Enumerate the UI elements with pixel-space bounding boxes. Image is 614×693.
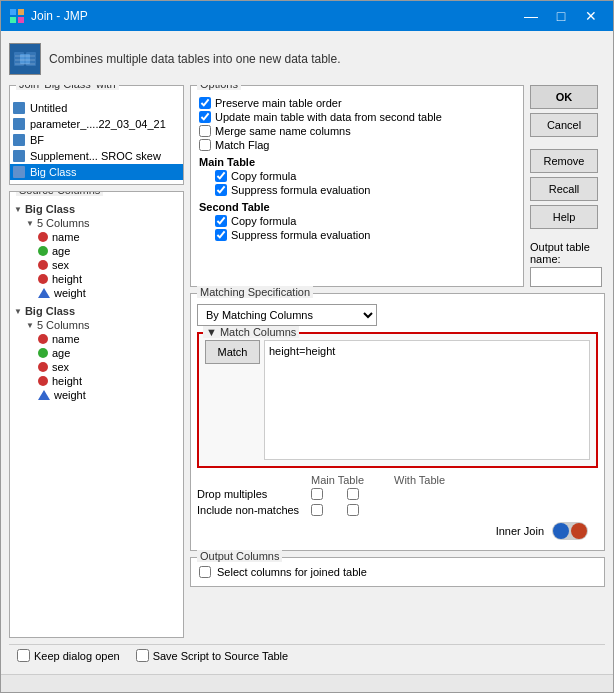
matching-spec-box: Matching Specification By Matching Colum… [190, 293, 605, 551]
join-icon [9, 43, 41, 75]
left-panel: Join 'Big Class' with Untitled parameter… [9, 85, 184, 638]
col-name-1[interactable]: name [14, 230, 179, 244]
inner-join-row: Inner Join [197, 518, 598, 544]
cancel-button[interactable]: Cancel [530, 113, 598, 137]
join-list: Untitled parameter_....22_03_04_21 BF [10, 100, 183, 180]
recall-button[interactable]: Recall [530, 177, 598, 201]
source-section-1-header[interactable]: ▼ Big Class [14, 202, 179, 216]
check-merge-same: Merge same name columns [199, 124, 515, 138]
help-button[interactable]: Help [530, 205, 598, 229]
match-button[interactable]: Match [205, 340, 260, 364]
output-columns-title: Output Columns [197, 550, 282, 562]
options-box: Options Preserve main table order Update… [190, 85, 524, 287]
save-script-checkbox[interactable] [136, 649, 149, 662]
check-update-main: Update main table with data from second … [199, 110, 515, 124]
join-item-bf[interactable]: BF [10, 132, 183, 148]
output-columns-checkbox[interactable] [199, 566, 211, 578]
col-type-icon-green-2 [38, 348, 48, 358]
preserve-order-checkbox[interactable] [199, 97, 211, 109]
include-non-matches-main-checkbox[interactable] [311, 504, 323, 516]
source-section-2-header[interactable]: ▼ Big Class [14, 304, 179, 318]
header-row: Combines multiple data tables into one n… [9, 39, 605, 79]
sub-triangle-icon-2: ▼ [26, 321, 34, 330]
col-type-icon-green [38, 246, 48, 256]
main-table-label: Main Table [199, 156, 515, 168]
keep-dialog-row: Keep dialog open [17, 649, 120, 662]
second-copy-formula-checkbox[interactable] [215, 215, 227, 227]
col-age-1[interactable]: age [14, 244, 179, 258]
sub-triangle-icon-1: ▼ [26, 219, 34, 228]
keep-dialog-checkbox[interactable] [17, 649, 30, 662]
col-age-2[interactable]: age [14, 346, 179, 360]
col-sex-1[interactable]: sex [14, 258, 179, 272]
window-content: Combines multiple data tables into one n… [1, 31, 613, 674]
inner-join-toggle[interactable] [552, 522, 588, 540]
svg-rect-2 [10, 17, 16, 23]
col-height-1[interactable]: height [14, 272, 179, 286]
close-button[interactable]: ✕ [577, 2, 605, 30]
header-description: Combines multiple data tables into one n… [49, 52, 341, 66]
col-type-icon-red-5 [38, 362, 48, 372]
save-script-row: Save Script to Source Table [136, 649, 289, 662]
col-weight-2[interactable]: weight [14, 388, 179, 402]
col-type-icon-red-3 [38, 274, 48, 284]
svg-rect-12 [13, 134, 25, 146]
action-panel: OK Cancel Remove Recall Help Output tabl… [530, 85, 605, 287]
table-headers-row: Main Table With Table [197, 474, 598, 486]
match-flag-checkbox[interactable] [199, 139, 211, 151]
main-suppress-checkbox[interactable] [215, 184, 227, 196]
svg-rect-11 [13, 118, 25, 130]
match-dropdown[interactable]: By Matching Columns [197, 304, 377, 326]
maximize-button[interactable]: □ [547, 2, 575, 30]
include-non-matches-with-checkbox[interactable] [347, 504, 359, 516]
svg-rect-13 [13, 150, 25, 162]
drop-multiples-row: Drop multiples [197, 486, 598, 502]
check-preserve-order: Preserve main table order [199, 96, 515, 110]
col-type-icon-red-6 [38, 376, 48, 386]
second-suppress-checkbox[interactable] [215, 229, 227, 241]
title-bar: Join - JMP — □ ✕ [1, 1, 613, 31]
source-columns-title: Source Columns [16, 191, 103, 196]
remove-button[interactable]: Remove [530, 149, 598, 173]
col-type-icon-blue [38, 288, 50, 298]
join-with-group: Join 'Big Class' with Untitled parameter… [9, 85, 184, 185]
match-values-list: height=height [264, 340, 590, 460]
triangle-icon-1: ▼ [14, 205, 22, 214]
join-item-parameter[interactable]: parameter_....22_03_04_21 [10, 116, 183, 132]
minimize-button[interactable]: — [517, 2, 545, 30]
ok-button[interactable]: OK [530, 85, 598, 109]
drop-multiples-with-checkbox[interactable] [347, 488, 359, 500]
options-action-row: Options Preserve main table order Update… [190, 85, 605, 287]
matching-spec-title: Matching Specification [197, 286, 313, 298]
source-section-2-sub: ▼ 5 Columns [14, 318, 179, 332]
app-icon [9, 8, 25, 24]
check-main-copy-formula: Copy formula [215, 169, 515, 183]
source-section-1-sub: ▼ 5 Columns [14, 216, 179, 230]
col-type-icon-red-4 [38, 334, 48, 344]
match-columns-title: ▼ Match Columns [203, 326, 299, 338]
merge-same-checkbox[interactable] [199, 125, 211, 137]
output-name-label: Output table name: [530, 241, 605, 265]
status-bar [1, 674, 613, 692]
main-copy-formula-checkbox[interactable] [215, 170, 227, 182]
join-with-title: Join 'Big Class' with [16, 85, 119, 90]
col-type-icon-red-2 [38, 260, 48, 270]
drop-multiples-main-checkbox[interactable] [311, 488, 323, 500]
col-height-2[interactable]: height [14, 374, 179, 388]
output-name-input[interactable] [530, 267, 602, 287]
update-main-checkbox[interactable] [199, 111, 211, 123]
svg-rect-10 [13, 102, 25, 114]
join-item-untitled[interactable]: Untitled [10, 100, 183, 116]
window-controls: — □ ✕ [517, 2, 605, 30]
col-name-2[interactable]: name [14, 332, 179, 346]
source-section-1: ▼ Big Class ▼ 5 Columns name age sex hei… [14, 202, 179, 300]
col-sex-2[interactable]: sex [14, 360, 179, 374]
col-weight-1[interactable]: weight [14, 286, 179, 300]
join-item-supplement[interactable]: Supplement... SROC skew [10, 148, 183, 164]
col-type-icon-blue-2 [38, 390, 50, 400]
join-item-bigclass[interactable]: Big Class [10, 164, 183, 180]
source-columns-content: ▼ Big Class ▼ 5 Columns name age sex hei… [10, 192, 183, 637]
options-title: Options [197, 85, 241, 90]
output-columns-label: Select columns for joined table [217, 566, 367, 578]
output-name-section: Output table name: [530, 241, 605, 287]
